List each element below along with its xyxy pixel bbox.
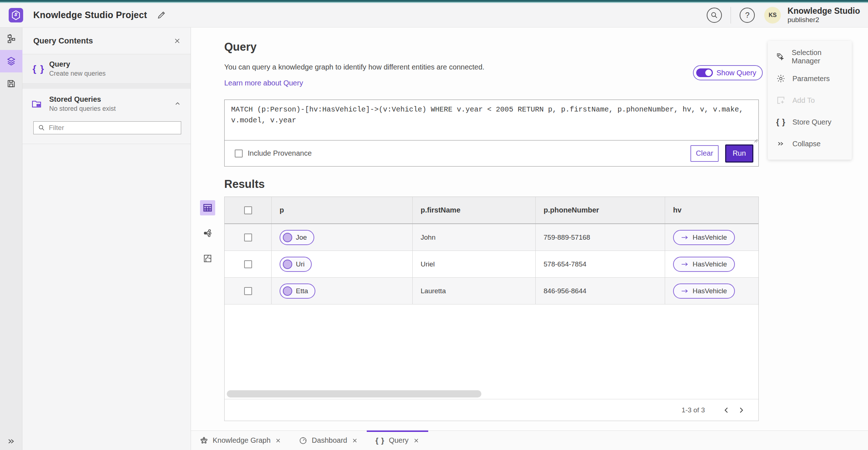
rail-item-hierarchy[interactable] xyxy=(0,28,22,50)
search-button[interactable] xyxy=(707,8,722,23)
close-icon[interactable] xyxy=(352,437,358,444)
panel-title: Query Contents xyxy=(33,36,173,46)
pagination-info: 1-3 of 3 xyxy=(682,406,705,414)
include-provenance-checkbox[interactable] xyxy=(235,150,243,157)
stored-queries-label: Stored Queries xyxy=(49,95,174,104)
entity-label: Etta xyxy=(296,287,308,295)
relationship-label: HasVehicle xyxy=(693,287,727,295)
row-checkbox[interactable] xyxy=(244,260,252,268)
show-query-toggle[interactable]: Show Query xyxy=(693,65,763,80)
parameters-button[interactable]: Parameters xyxy=(768,68,852,89)
expand-panel-icon[interactable] xyxy=(0,437,22,446)
rail-item-save[interactable] xyxy=(0,72,22,95)
cell-phonenumber: 846-956-8644 xyxy=(536,278,665,304)
query-item-description: Create new queries xyxy=(49,70,181,77)
tab-label: Dashboard xyxy=(312,436,347,445)
relationship-label: HasVehicle xyxy=(693,260,727,268)
query-contents-panel: Query Contents { } Query Create new quer… xyxy=(22,28,191,450)
table-view-button[interactable] xyxy=(200,200,215,215)
clear-button[interactable]: Clear xyxy=(690,145,719,162)
map-view-button[interactable] xyxy=(200,251,215,266)
project-title: Knowledge Studio Project xyxy=(33,10,147,20)
gear-icon xyxy=(776,74,786,83)
column-header-hv[interactable]: hv xyxy=(665,197,758,223)
query-actions-panel: Selection Manager Parameters Add To xyxy=(768,41,852,160)
tab-knowledge-graph[interactable]: Knowledge Graph xyxy=(191,431,290,450)
bottom-tab-bar: Knowledge Graph Dashboard { } Que xyxy=(191,430,868,450)
entity-pill[interactable]: Etta xyxy=(280,283,315,299)
panel-header: Query Contents xyxy=(22,28,191,54)
relationship-pill[interactable]: HasVehicle xyxy=(673,283,735,299)
collapse-button[interactable]: Collapse xyxy=(768,133,852,155)
help-button[interactable]: ? xyxy=(740,8,755,23)
next-page-button[interactable] xyxy=(734,403,748,417)
entity-pill[interactable]: Joe xyxy=(280,230,314,245)
filter-field[interactable] xyxy=(33,121,181,134)
query-description: You can query a knowledge graph to ident… xyxy=(224,63,484,71)
user-info: Knowledge Studio publisher2 xyxy=(787,6,860,24)
close-icon[interactable] xyxy=(173,37,181,45)
app-window: Knowledge Studio Project ? KS Knowledge … xyxy=(0,0,868,450)
search-icon xyxy=(38,124,45,131)
store-query-button[interactable]: { } Store Query xyxy=(768,111,852,133)
table-footer: 1-3 of 3 xyxy=(225,399,758,421)
app-header: Knowledge Studio Project ? KS Knowledge … xyxy=(0,3,868,28)
hierarchy-icon xyxy=(7,34,16,43)
dashboard-icon xyxy=(299,436,307,445)
search-icon xyxy=(710,11,718,19)
add-to-label: Add To xyxy=(792,96,815,105)
learn-more-link[interactable]: Learn more about Query xyxy=(224,79,303,87)
table-row: Etta Lauretta 846-956-8644 HasVehicle xyxy=(225,278,758,304)
graph-view-button[interactable] xyxy=(200,226,215,241)
query-input[interactable]: MATCH (p:Person)-[hv:HasVehicle]->(v:Veh… xyxy=(225,100,758,140)
store-query-label: Store Query xyxy=(792,118,831,126)
sidebar-item-query[interactable]: { } Query Create new queries xyxy=(22,54,191,84)
edit-title-icon[interactable] xyxy=(157,10,166,20)
avatar[interactable]: KS xyxy=(764,7,781,24)
result-view-toggles xyxy=(200,200,216,266)
stored-queries-section: Stored Queries No stored queries exist xyxy=(22,89,191,144)
relationship-pill[interactable]: HasVehicle xyxy=(673,230,735,245)
entity-label: Uri xyxy=(296,260,305,268)
arrow-right-icon xyxy=(681,235,688,240)
filter-input[interactable] xyxy=(49,124,168,132)
knowledge-graph-icon xyxy=(200,436,208,445)
map-view-icon xyxy=(203,254,212,263)
collapse-icon xyxy=(776,139,786,148)
prev-page-button[interactable] xyxy=(719,403,734,417)
column-header-firstname[interactable]: p.firstName xyxy=(413,197,536,223)
column-header-p[interactable]: p xyxy=(272,197,413,223)
entity-pill[interactable]: Uri xyxy=(280,257,312,272)
app-logo-icon[interactable] xyxy=(9,8,23,22)
table-header-row: p p.firstName p.phoneNumber hv xyxy=(225,197,758,224)
tab-query[interactable]: { } Query xyxy=(367,431,428,450)
rail-item-query-contents[interactable] xyxy=(0,50,22,72)
run-button[interactable]: Run xyxy=(725,144,753,163)
tab-dashboard[interactable]: Dashboard xyxy=(290,431,367,450)
layers-icon xyxy=(6,56,16,66)
braces-icon: { } xyxy=(33,63,49,75)
select-all-checkbox[interactable] xyxy=(244,206,252,214)
add-to-button: Add To xyxy=(768,89,852,111)
left-icon-rail xyxy=(0,28,22,450)
selection-manager-button[interactable]: Selection Manager xyxy=(768,46,852,68)
close-icon[interactable] xyxy=(413,437,420,444)
horizontal-scrollbar[interactable] xyxy=(227,390,481,398)
relationship-label: HasVehicle xyxy=(693,234,727,241)
row-checkbox[interactable] xyxy=(244,287,252,295)
cell-phonenumber: 578-654-7854 xyxy=(536,251,665,277)
arrow-right-icon xyxy=(681,288,688,294)
close-icon[interactable] xyxy=(275,437,281,444)
row-checkbox[interactable] xyxy=(244,234,252,241)
chevron-up-icon[interactable] xyxy=(174,100,181,108)
toggle-switch-icon[interactable] xyxy=(696,68,713,77)
cell-phonenumber: 759-889-57168 xyxy=(536,224,665,251)
table-view-icon xyxy=(203,203,213,213)
relationship-pill[interactable]: HasVehicle xyxy=(673,257,735,272)
product-name: Knowledge Studio xyxy=(787,6,860,16)
stored-queries-description: No stored queries exist xyxy=(49,105,174,113)
column-header-phonenumber[interactable]: p.phoneNumber xyxy=(536,197,665,223)
stored-queries-header[interactable]: Stored Queries No stored queries exist xyxy=(22,89,191,116)
entity-node-icon xyxy=(283,233,292,242)
query-editor: MATCH (p:Person)-[hv:HasVehicle]->(v:Veh… xyxy=(224,100,759,167)
